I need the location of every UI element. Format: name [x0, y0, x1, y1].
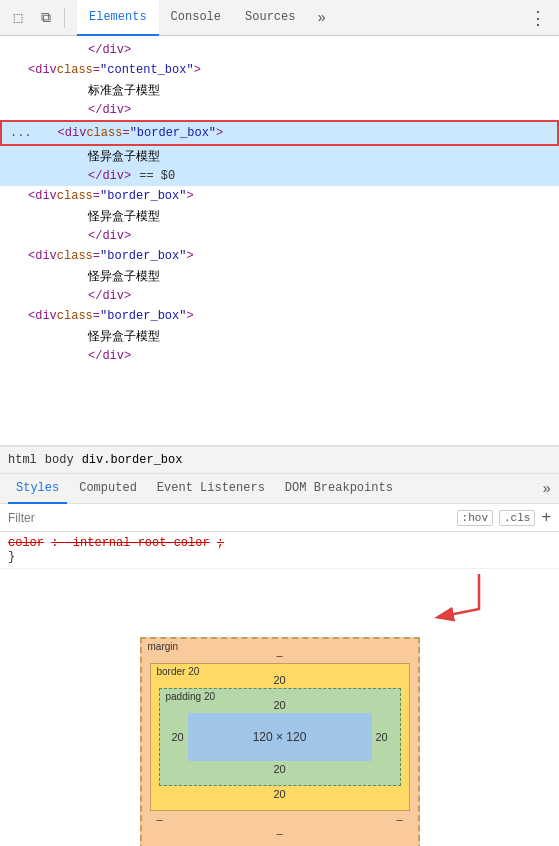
breadcrumb-html[interactable]: html — [8, 453, 37, 467]
tab-more-button[interactable]: » — [311, 10, 331, 26]
html-line[interactable]: <div class="border_box"> — [0, 306, 559, 326]
dollar-zero-indicator: == $0 — [139, 167, 175, 185]
html-line[interactable]: </div> == $0 — [0, 166, 559, 186]
tab-event-listeners[interactable]: Event Listeners — [149, 474, 273, 504]
box-padding: padding 20 20 20 120 × 120 20 — [159, 688, 401, 786]
ellipsis-button[interactable]: ... — [10, 124, 32, 142]
padding-right-value: 20 — [372, 731, 392, 743]
html-line[interactable]: 怪异盒子模型 — [0, 146, 559, 166]
panel-tabs: Styles Computed Event Listeners DOM Brea… — [0, 474, 559, 504]
device-icon[interactable]: ⧉ — [32, 4, 60, 32]
html-line[interactable]: 怪异盒子模型 — [0, 206, 559, 226]
arrow-section — [0, 569, 559, 629]
tab-menu-button[interactable]: ⋮ — [521, 7, 555, 29]
tab-bar-icons: ⬚ ⧉ — [4, 4, 69, 32]
css-value[interactable]: -internal-root-color — [66, 536, 210, 550]
box-content: 120 × 120 — [188, 713, 372, 761]
tab-styles[interactable]: Styles — [8, 474, 67, 504]
devtools-tab-bar: ⬚ ⧉ Elements Console Sources » ⋮ — [0, 0, 559, 36]
css-rule-area: color : -internal-root-color ; } — [0, 532, 559, 569]
margin-top-value: – — [150, 649, 410, 661]
margin-sides: – – — [150, 813, 410, 825]
box-model: margin – border 20 20 padding 20 — [140, 637, 420, 846]
filter-bar: :hov .cls + — [0, 504, 559, 532]
margin-bottom-value: – — [150, 827, 410, 839]
html-line[interactable]: <div class="content_box"> — [0, 60, 559, 80]
border-label: border 20 — [157, 666, 200, 677]
close-tag: </div> — [88, 41, 131, 59]
elements-panel: </div> <div class="content_box"> 标准盒子模型 … — [0, 36, 559, 446]
box-model-section: margin – border 20 20 padding 20 — [0, 629, 559, 846]
content-size: 120 × 120 — [188, 713, 372, 761]
tab-elements[interactable]: Elements — [77, 0, 159, 36]
padding-label: padding 20 — [166, 691, 216, 702]
cls-button[interactable]: .cls — [499, 510, 535, 526]
margin-label: margin — [148, 641, 179, 652]
html-line[interactable]: 怪异盒子模型 — [0, 266, 559, 286]
add-style-button[interactable]: + — [541, 509, 551, 527]
panel-tab-more[interactable]: » — [543, 481, 551, 497]
padding-bottom-value: 20 — [168, 763, 392, 775]
tab-dom-breakpoints[interactable]: DOM Breakpoints — [277, 474, 401, 504]
tab-separator — [64, 8, 65, 28]
html-line[interactable]: 怪异盒子模型 — [0, 326, 559, 346]
css-closing-brace: } — [8, 550, 551, 564]
html-line[interactable]: </div> — [0, 286, 559, 306]
padding-left-value: 20 — [168, 731, 188, 743]
tab-computed[interactable]: Computed — [71, 474, 145, 504]
selected-html-line[interactable]: ... <div class="border_box"> — [0, 120, 559, 146]
css-property-line: color : -internal-root-color ; — [8, 536, 551, 550]
border-bottom-value: 20 — [159, 788, 401, 800]
filter-input[interactable] — [8, 511, 451, 525]
html-line[interactable]: </div> — [0, 226, 559, 246]
box-margin: margin – border 20 20 padding 20 — [140, 637, 420, 846]
tab-console[interactable]: Console — [159, 0, 233, 36]
box-border: border 20 20 padding 20 20 20 — [150, 663, 410, 811]
box-sides: 20 120 × 120 20 — [168, 713, 392, 761]
breadcrumb-bar: html body div.border_box — [0, 446, 559, 474]
tab-sources[interactable]: Sources — [233, 0, 307, 36]
breadcrumb-body[interactable]: body — [45, 453, 74, 467]
margin-left-value: – — [150, 813, 170, 825]
html-line[interactable]: </div> — [0, 40, 559, 60]
html-line[interactable]: 标准盒子模型 — [0, 80, 559, 100]
html-line[interactable]: <div class="border_box"> — [0, 246, 559, 266]
html-line[interactable]: </div> — [0, 100, 559, 120]
margin-right-value: – — [390, 813, 410, 825]
inspect-icon[interactable]: ⬚ — [4, 4, 32, 32]
html-line[interactable]: </div> — [0, 346, 559, 366]
css-property[interactable]: color — [8, 536, 44, 550]
html-line[interactable]: <div class="border_box"> — [0, 186, 559, 206]
breadcrumb-current[interactable]: div.border_box — [82, 453, 183, 467]
arrow-indicator — [379, 569, 499, 629]
hov-button[interactable]: :hov — [457, 510, 493, 526]
